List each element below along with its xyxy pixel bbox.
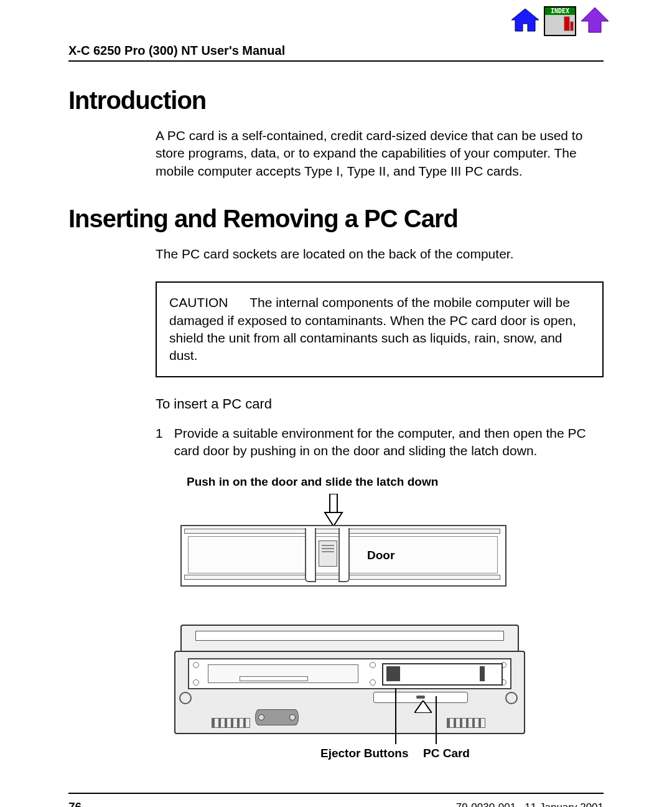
svg-marker-1 — [581, 7, 609, 32]
caution-box: CAUTION The internal components of the m… — [156, 281, 604, 377]
intro-paragraph: A PC card is a self-contained, credit ca… — [156, 127, 604, 180]
insert-paragraph: The PC card sockets are located on the b… — [156, 245, 604, 263]
insert-subhead: To insert a PC card — [156, 396, 604, 412]
svg-rect-2 — [330, 494, 337, 512]
caution-text: The internal components of the mobile co… — [169, 295, 576, 362]
caution-label: CAUTION — [169, 295, 228, 309]
page-number: 76 — [68, 800, 82, 807]
step-1-number: 1 — [156, 425, 163, 460]
svg-marker-0 — [511, 9, 539, 31]
index-tabs-icon — [545, 15, 575, 35]
page-footer: 76 79-0030-001 11 January 2001 — [68, 793, 604, 807]
door-label: Door — [367, 549, 394, 562]
doc-id-date: 79-0030-001 11 January 2001 — [456, 801, 604, 807]
index-icon[interactable]: INDEX — [544, 6, 576, 36]
figure-1-area: Push in on the door and slide the latch … — [174, 475, 604, 774]
nav-icon-row: INDEX — [510, 6, 610, 36]
figure-1-door: Door — [180, 494, 504, 600]
svg-marker-4 — [414, 701, 432, 713]
ejector-buttons-label: Ejector Buttons — [320, 747, 408, 760]
home-icon[interactable] — [510, 7, 540, 35]
insert-arrow-icon — [414, 701, 432, 715]
manual-title: X-C 6250 Pro (300) NT User's Manual — [68, 44, 285, 57]
pc-card-label: PC Card — [423, 747, 470, 760]
step-1-text: Provide a suitable environment for the c… — [174, 425, 604, 460]
heading-introduction: Introduction — [68, 87, 604, 115]
heading-inserting-removing: Inserting and Removing a PC Card — [68, 205, 604, 233]
running-header: X-C 6250 Pro (300) NT User's Manual — [68, 44, 604, 62]
step-1: 1 Provide a suitable environment for the… — [156, 425, 604, 460]
index-icon-label: INDEX — [545, 7, 575, 15]
figure-2-computer: Ejector Buttons PC Card — [174, 625, 523, 774]
up-arrow-icon[interactable] — [580, 6, 610, 36]
figure-1-caption: Push in on the door and slide the latch … — [187, 475, 604, 489]
